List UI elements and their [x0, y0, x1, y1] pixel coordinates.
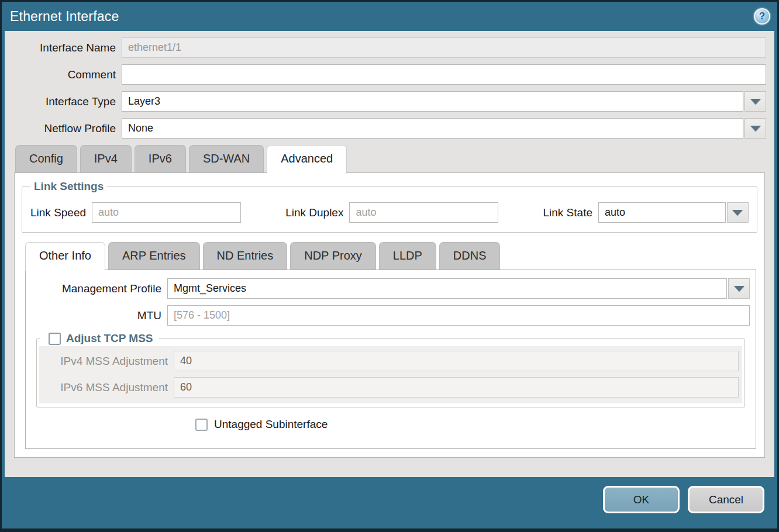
ethernet-interface-dialog: Ethernet Interface ? Interface Name Comm… [0, 0, 779, 532]
tab-ipv6[interactable]: IPv6 [135, 145, 186, 172]
netflow-profile-dropdown [122, 118, 766, 139]
interface-type-dropdown-button[interactable] [744, 91, 766, 112]
dialog-footer: OK Cancel [2, 477, 777, 528]
other-info-panel: Management Profile MTU [25, 270, 756, 449]
management-profile-dropdown-button[interactable] [728, 278, 750, 299]
link-duplex-label: Link Duplex [285, 206, 349, 219]
ok-button[interactable]: OK [603, 486, 680, 513]
link-duplex-field[interactable] [349, 202, 498, 223]
comment-row: Comment [13, 64, 766, 85]
tab-config[interactable]: Config [15, 145, 77, 172]
chevron-down-icon [750, 126, 761, 132]
advanced-panel: Link Settings Link Speed Link Duplex Lin… [14, 172, 765, 458]
mtu-row: MTU [32, 305, 750, 326]
ipv4-mss-label: IPv4 MSS Adjustment [43, 355, 174, 368]
other-info-tabstrip: Other Info ARP Entries ND Entries NDP Pr… [20, 242, 759, 270]
tab-sdwan[interactable]: SD-WAN [189, 145, 264, 172]
netflow-profile-dropdown-button[interactable] [744, 118, 766, 139]
link-speed-label: Link Speed [30, 206, 92, 219]
tab-other-info[interactable]: Other Info [25, 242, 105, 271]
ipv6-mss-row: IPv6 MSS Adjustment [43, 377, 739, 398]
ipv4-mss-row: IPv4 MSS Adjustment [43, 351, 739, 371]
interface-type-field[interactable] [122, 91, 743, 112]
link-state-dropdown [598, 202, 749, 223]
netflow-profile-label: Netflow Profile [13, 122, 122, 135]
management-profile-label: Management Profile [32, 282, 167, 295]
mtu-label: MTU [32, 309, 167, 322]
interface-type-dropdown [122, 91, 766, 112]
comment-field[interactable] [122, 64, 766, 85]
dialog-body: Interface Name Comment Interface Type Ne… [5, 31, 774, 477]
management-profile-row: Management Profile [32, 278, 750, 299]
chevron-down-icon [734, 286, 744, 292]
link-state-label: Link State [543, 206, 598, 219]
link-state-group: Link State [543, 202, 749, 223]
ipv6-mss-label: IPv6 MSS Adjustment [43, 381, 174, 394]
ipv6-mss-field [174, 377, 739, 398]
management-profile-field[interactable] [167, 278, 727, 299]
link-settings-fieldset: Link Settings Link Speed Link Duplex Lin… [22, 180, 757, 233]
link-speed-group: Link Speed [30, 202, 241, 223]
netflow-profile-field[interactable] [122, 118, 743, 139]
tab-lldp[interactable]: LLDP [379, 242, 436, 270]
interface-name-field [122, 37, 766, 58]
untagged-subinterface-row: Untagged Subinterface [195, 418, 750, 431]
mtu-field[interactable] [167, 305, 750, 326]
tab-ddns[interactable]: DDNS [439, 242, 501, 270]
link-state-dropdown-button[interactable] [727, 202, 749, 223]
chevron-down-icon [750, 99, 761, 105]
adjust-tcp-mss-label: Adjust TCP MSS [66, 332, 153, 345]
adjust-tcp-mss-checkbox[interactable] [49, 333, 61, 345]
management-profile-dropdown [167, 278, 750, 299]
main-tabstrip: Config IPv4 IPv6 SD-WAN Advanced [13, 145, 766, 172]
link-settings-legend: Link Settings [30, 180, 107, 193]
untagged-subinterface-label: Untagged Subinterface [214, 418, 328, 431]
interface-type-label: Interface Type [13, 95, 122, 108]
interface-name-label: Interface Name [13, 42, 122, 54]
help-icon[interactable]: ? [754, 8, 770, 25]
adjust-tcp-mss-fieldset: Adjust TCP MSS IPv4 MSS Adjustment IPv6 … [36, 332, 745, 407]
tab-advanced[interactable]: Advanced [267, 145, 347, 174]
netflow-profile-row: Netflow Profile [13, 118, 766, 139]
tab-ipv4[interactable]: IPv4 [80, 145, 132, 172]
chevron-down-icon [732, 210, 743, 216]
mss-disabled-block: IPv4 MSS Adjustment IPv6 MSS Adjustment [39, 346, 742, 403]
link-duplex-group: Link Duplex [285, 202, 498, 223]
ipv4-mss-field [174, 351, 739, 371]
interface-name-row: Interface Name [13, 37, 766, 58]
tab-nd-entries[interactable]: ND Entries [203, 242, 288, 270]
tab-arp-entries[interactable]: ARP Entries [108, 242, 200, 270]
dialog-title: Ethernet Interface [10, 9, 119, 25]
titlebar: Ethernet Interface ? [2, 2, 777, 31]
comment-label: Comment [13, 68, 122, 81]
link-state-field[interactable] [598, 202, 726, 223]
cancel-button[interactable]: Cancel [688, 486, 764, 513]
interface-type-row: Interface Type [13, 91, 766, 112]
untagged-subinterface-checkbox[interactable] [195, 419, 208, 431]
link-speed-field[interactable] [92, 202, 241, 223]
tab-ndp-proxy[interactable]: NDP Proxy [290, 242, 376, 270]
